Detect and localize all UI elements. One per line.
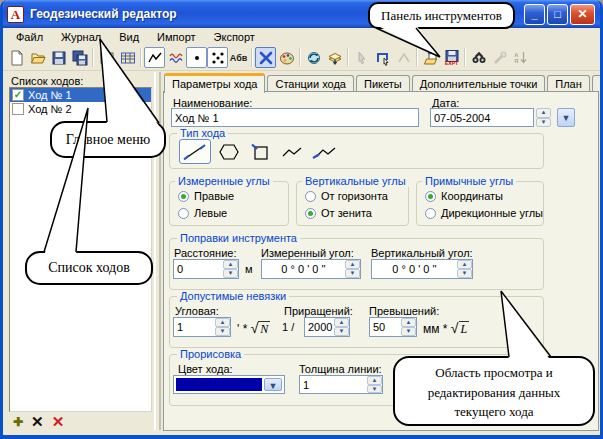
type-open-traverse-button[interactable] [179,139,211,164]
save-button[interactable] [48,47,69,68]
tab-extra-points[interactable]: Дополнительные точки [412,75,546,92]
new-document-button[interactable] [6,47,27,68]
date-input[interactable]: 07-05-2004 [430,108,534,127]
table-view-button[interactable] [117,47,138,68]
points-view-toggle[interactable] [186,47,207,68]
elevations-label: Превышений: [369,305,439,317]
distance-input[interactable]: 0 ▲▼ [173,259,239,279]
spin-down-icon[interactable]: ▼ [223,269,238,278]
spin-up-icon[interactable]: ▲ [223,260,238,269]
tab-strip: Параметры хода Станции хода Пикеты Допол… [164,73,603,92]
close-button[interactable]: ✕ [570,4,595,25]
line-width-input[interactable]: 1 ▲▼ [299,375,383,394]
layers-button[interactable] [324,47,345,68]
increments-input[interactable]: 2000 ▲▼ [304,317,350,337]
spin-down-icon[interactable]: ▼ [334,327,349,336]
list-item[interactable]: ✓ Ход № 1 [10,88,151,102]
spin-down-icon[interactable]: ▼ [457,269,472,278]
name-input[interactable]: Ход № 1 [171,108,419,127]
spin-up-icon[interactable]: ▲ [345,260,360,269]
type-hanging-traverse-button[interactable] [279,143,305,161]
labels-toggle[interactable]: Абв [228,47,249,68]
delete-traverse-button[interactable]: ✕ [31,413,44,431]
spin-down-icon[interactable]: ▼ [345,269,360,278]
checkbox-checked-icon[interactable]: ✓ [12,89,24,101]
radio-off-icon [305,191,316,202]
type-closed-polygon-button[interactable] [215,141,243,163]
recalculate-button[interactable] [303,47,324,68]
tab-stations[interactable]: Станции хода [267,75,354,92]
spin-down-icon[interactable]: ▼ [401,327,416,336]
menu-import[interactable]: Импорт [148,30,204,44]
type-closed-from-point-button[interactable] [247,141,275,163]
polyline-view-toggle[interactable] [144,47,165,68]
spin-down-icon[interactable]: ▼ [367,385,382,394]
increments-value: 2000 [308,321,332,333]
save-all-button[interactable] [69,47,90,68]
add-traverse-button[interactable]: ✚ [13,415,23,429]
distance-label: Расстояние: [174,247,236,259]
export-button[interactable]: ЕХРТ [441,47,462,68]
radio-coordinates[interactable]: Координаты [425,190,503,202]
radio-label: Дирекционные углы [441,207,543,219]
palette-button[interactable] [276,47,297,68]
increments-label: Приращений: [284,305,353,317]
edit-angle-button[interactable] [393,47,414,68]
spin-down-icon[interactable]: ▼ [215,327,230,336]
traverse-color-combo[interactable]: ▼ [173,375,285,394]
find-next-button[interactable] [489,47,510,68]
spin-up-icon[interactable]: ▲ [334,318,349,327]
tab-pickets[interactable]: Пикеты [356,75,410,92]
toolbar-separator [92,48,94,67]
menu-view[interactable]: Вид [110,30,148,44]
spin-down-icon[interactable]: ▼ [536,118,551,128]
menu-export[interactable]: Экспорт [205,30,264,44]
date-spinner[interactable]: ▲ ▼ [536,108,551,127]
spin-up-icon[interactable]: ▲ [401,318,416,327]
radio-directional[interactable]: Дирекционные углы [425,207,543,219]
color-dropdown-icon[interactable]: ▼ [264,378,282,391]
edit-polyline-button[interactable] [372,47,393,68]
connections-toggle[interactable] [255,47,276,68]
color-label: Цвет хода: [178,363,233,375]
radio-left-angles[interactable]: Левые [178,207,227,219]
spin-up-icon[interactable]: ▲ [215,318,230,327]
menu-file[interactable]: Файл [7,30,52,44]
vertical-angle-input[interactable]: 0 ° 0 ' 0 '' ▲▼ [371,259,473,279]
radio-from-horizon[interactable]: От горизонта [305,190,388,202]
checkbox-unchecked-icon[interactable] [12,103,24,115]
journal-properties-button[interactable] [96,47,117,68]
callout-edit-area-line1: Область просмотра и [395,363,593,383]
measured-angle-input[interactable]: 0 ° 0 ' 0 '' ▲▼ [261,259,361,279]
type-hanging-fixed-button[interactable] [309,143,339,161]
delete-all-button[interactable]: ✕ [52,413,65,431]
angular-input[interactable]: 1 ▲▼ [173,317,231,337]
date-dropdown-button[interactable]: ▼ [557,108,575,127]
spin-up-icon[interactable]: ▲ [367,376,382,385]
measured-angles-caption: Измеренные углы [175,175,273,187]
minimize-button[interactable]: _ [524,4,545,25]
tab-plan[interactable]: План [547,75,590,92]
elevations-input[interactable]: 50 ▲▼ [369,317,417,337]
tab-profile[interactable]: Профиль [592,75,603,92]
find-button[interactable] [468,47,489,68]
points-cloud-toggle[interactable] [207,47,228,68]
toolbar-separator [347,48,349,67]
menu-journal[interactable]: Журнал [52,30,110,44]
smoothed-lines-button[interactable] [165,47,186,68]
import-journal-button[interactable] [420,47,441,68]
spin-up-icon[interactable]: ▲ [457,260,472,269]
open-file-button[interactable] [27,47,48,68]
spin-up-icon[interactable]: ▲ [536,108,551,118]
callout-edit-area-line2: редактирования данных [395,383,593,403]
select-cursor-button[interactable] [351,47,372,68]
export-button-caption: ЕХРТ [445,62,458,65]
list-item[interactable]: Ход № 2 [10,102,151,116]
measured-angle-value: 0 ° 0 ' 0 '' [262,263,345,275]
maximize-button[interactable]: □ [547,4,568,25]
measured-angles-group [169,181,289,226]
sort-button[interactable]: А Я [510,47,531,68]
radio-right-angles[interactable]: Правые [178,190,234,202]
radio-from-zenith[interactable]: От зенита [305,207,372,219]
tab-parameters[interactable]: Параметры хода [164,73,265,93]
